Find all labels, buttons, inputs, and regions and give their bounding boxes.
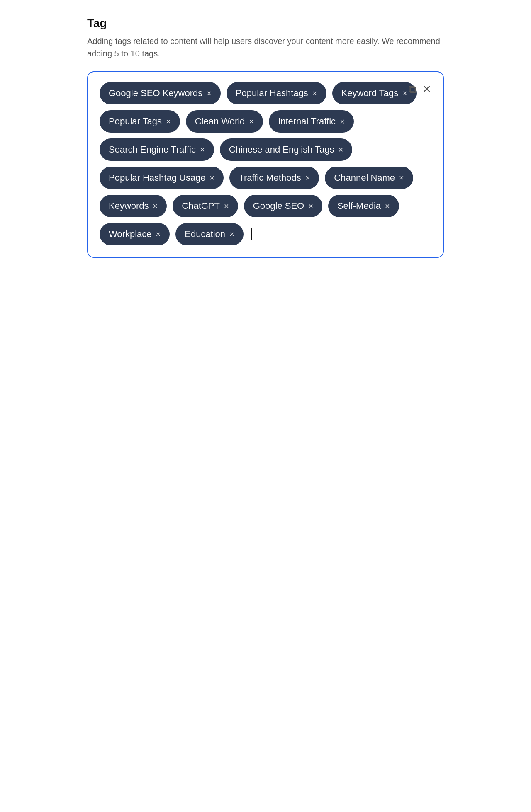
tag-keywords: Keywords× bbox=[100, 195, 167, 217]
tag-label-chatgpt: ChatGPT bbox=[182, 201, 220, 211]
main-container: Tag Adding tags related to content will … bbox=[87, 17, 444, 258]
tag-remove-google-seo-keywords[interactable]: × bbox=[207, 89, 212, 97]
tag-workplace: Workplace× bbox=[100, 223, 170, 245]
section-title: Tag bbox=[87, 17, 444, 30]
tag-clean-world: Clean World× bbox=[186, 110, 263, 133]
tag-remove-channel-name[interactable]: × bbox=[399, 174, 404, 182]
tag-label-self-media: Self-Media bbox=[337, 201, 381, 211]
tag-remove-chinese-and-english-tags[interactable]: × bbox=[339, 145, 343, 154]
tag-self-media: Self-Media× bbox=[328, 195, 399, 217]
tag-remove-internal-traffic[interactable]: × bbox=[340, 117, 345, 126]
tag-label-google-seo: Google SEO bbox=[253, 201, 304, 211]
tag-channel-name: Channel Name× bbox=[325, 167, 413, 189]
tag-label-chinese-and-english-tags: Chinese and English Tags bbox=[229, 144, 334, 155]
tag-remove-clean-world[interactable]: × bbox=[249, 117, 254, 126]
tag-label-popular-hashtag-usage: Popular Hashtag Usage bbox=[109, 172, 206, 183]
tag-chatgpt: ChatGPT× bbox=[173, 195, 238, 217]
tag-internal-traffic: Internal Traffic× bbox=[269, 110, 354, 133]
tag-keyword-tags: Keyword Tags× bbox=[332, 82, 417, 104]
tag-remove-keyword-tags[interactable]: × bbox=[402, 89, 407, 97]
tag-remove-popular-hashtags[interactable]: × bbox=[312, 89, 317, 97]
tag-label-keywords: Keywords bbox=[109, 201, 149, 211]
tag-education: Education× bbox=[175, 223, 244, 245]
tag-label-education: Education bbox=[185, 229, 225, 240]
tag-label-popular-tags: Popular Tags bbox=[109, 116, 162, 127]
tag-remove-search-engine-traffic[interactable]: × bbox=[200, 145, 205, 154]
text-cursor bbox=[251, 228, 252, 240]
tag-label-traffic-methods: Traffic Methods bbox=[239, 172, 301, 183]
tag-remove-popular-hashtag-usage[interactable]: × bbox=[210, 174, 215, 182]
tag-label-clean-world: Clean World bbox=[195, 116, 245, 127]
tag-label-workplace: Workplace bbox=[109, 229, 152, 240]
tag-popular-hashtags: Popular Hashtags× bbox=[227, 82, 326, 104]
tag-google-seo: Google SEO× bbox=[244, 195, 322, 217]
tag-remove-education[interactable]: × bbox=[229, 230, 234, 238]
tag-label-keyword-tags: Keyword Tags bbox=[341, 88, 399, 99]
tag-remove-chatgpt[interactable]: × bbox=[224, 202, 229, 210]
tag-label-google-seo-keywords: Google SEO Keywords bbox=[109, 88, 202, 99]
tag-label-search-engine-traffic: Search Engine Traffic bbox=[109, 144, 196, 155]
tag-label-internal-traffic: Internal Traffic bbox=[278, 116, 336, 127]
tag-remove-keywords[interactable]: × bbox=[153, 202, 158, 210]
tag-remove-popular-tags[interactable]: × bbox=[166, 117, 171, 126]
section-description: Adding tags related to content will help… bbox=[87, 35, 444, 60]
tag-traffic-methods: Traffic Methods× bbox=[229, 167, 319, 189]
tags-wrapper: Google SEO Keywords×Popular Hashtags×Key… bbox=[100, 82, 431, 245]
tag-remove-workplace[interactable]: × bbox=[156, 230, 161, 238]
tag-input-area[interactable]: ⧉ ✕ Google SEO Keywords×Popular Hashtags… bbox=[87, 71, 444, 258]
tag-search-engine-traffic: Search Engine Traffic× bbox=[100, 138, 214, 161]
tag-remove-traffic-methods[interactable]: × bbox=[305, 174, 310, 182]
tag-remove-google-seo[interactable]: × bbox=[308, 202, 313, 210]
tag-popular-hashtag-usage: Popular Hashtag Usage× bbox=[100, 167, 224, 189]
tag-label-popular-hashtags: Popular Hashtags bbox=[236, 88, 308, 99]
action-icons-group: ⧉ ✕ bbox=[409, 84, 431, 95]
copy-icon[interactable]: ⧉ bbox=[409, 84, 417, 95]
tag-popular-tags: Popular Tags× bbox=[100, 110, 180, 133]
tag-remove-self-media[interactable]: × bbox=[385, 202, 390, 210]
tag-google-seo-keywords: Google SEO Keywords× bbox=[100, 82, 221, 104]
tag-chinese-and-english-tags: Chinese and English Tags× bbox=[220, 138, 353, 161]
dismiss-icon[interactable]: ✕ bbox=[422, 84, 431, 95]
tag-label-channel-name: Channel Name bbox=[334, 172, 395, 183]
